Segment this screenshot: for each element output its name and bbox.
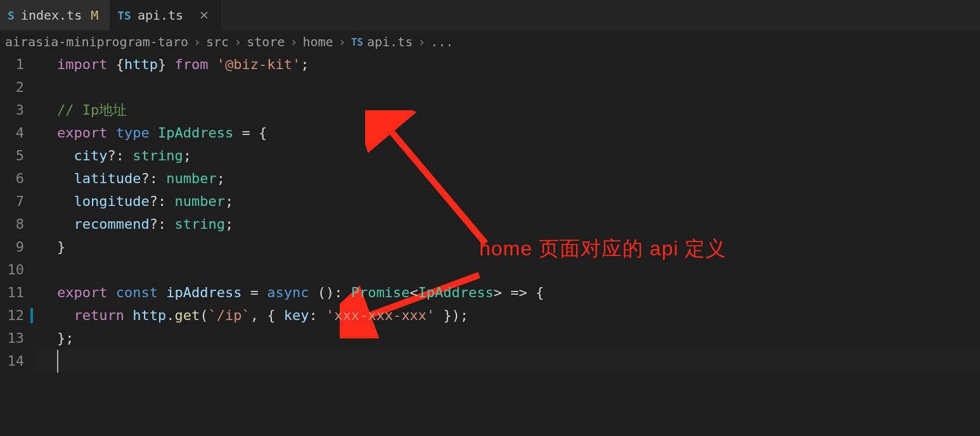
code-token bbox=[57, 216, 74, 232]
chevron-right-icon: › bbox=[290, 34, 297, 49]
breadcrumb-file[interactable]: TS api.ts bbox=[351, 34, 413, 49]
code-token bbox=[57, 148, 74, 164]
line-number: 12 bbox=[0, 304, 24, 327]
line-number-gutter: 1234567891011121314 bbox=[0, 53, 35, 436]
code-token: } bbox=[158, 56, 175, 72]
code-token: ?: bbox=[150, 216, 175, 232]
line-number: 3 bbox=[0, 99, 24, 122]
code-line[interactable] bbox=[35, 350, 980, 373]
code-token: ; bbox=[183, 148, 191, 164]
chevron-right-icon: › bbox=[338, 34, 346, 49]
line-number: 13 bbox=[0, 327, 24, 350]
typescript-icon: S bbox=[8, 9, 15, 22]
code-token: import bbox=[57, 56, 116, 72]
code-token: export bbox=[57, 125, 116, 141]
code-token: = { bbox=[233, 125, 267, 141]
breadcrumb-segment[interactable]: store bbox=[247, 34, 285, 49]
code-line[interactable]: return http.get(`/ip`, { key: 'xxx-xxx-x… bbox=[35, 304, 980, 327]
code-token: < bbox=[409, 285, 418, 300]
code-token: , { bbox=[250, 307, 284, 323]
code-line[interactable]: city?: string; bbox=[35, 144, 980, 167]
text-cursor bbox=[57, 350, 58, 373]
tab-label: api.ts bbox=[138, 8, 183, 23]
code-token: IpAddress bbox=[418, 285, 494, 300]
code-token: Promise bbox=[351, 285, 410, 300]
line-number: 11 bbox=[0, 281, 24, 304]
code-token: latitude bbox=[74, 170, 141, 186]
code-token: ; bbox=[225, 216, 233, 232]
code-token: export bbox=[57, 285, 116, 300]
code-token: '@biz-kit' bbox=[217, 56, 300, 72]
close-icon[interactable] bbox=[198, 10, 210, 21]
code-token: 'xxx-xxx-xxx' bbox=[326, 307, 435, 323]
code-line[interactable]: import {http} from '@biz-kit'; bbox=[35, 53, 980, 76]
line-number: 14 bbox=[0, 350, 24, 373]
code-line[interactable]: latitude?: number; bbox=[35, 167, 980, 190]
code-token: number bbox=[174, 193, 224, 209]
code-token: }); bbox=[435, 307, 468, 323]
code-token: { bbox=[116, 56, 124, 72]
code-line[interactable] bbox=[35, 259, 980, 281]
code-token: }; bbox=[57, 330, 74, 346]
code-token: http bbox=[124, 56, 158, 72]
line-number: 8 bbox=[0, 213, 24, 236]
code-token: http bbox=[132, 307, 166, 323]
tab-index-ts[interactable]: S index.ts M bbox=[0, 0, 110, 30]
line-number: 1 bbox=[0, 53, 24, 76]
editor-tab-bar: S index.ts M TS api.ts bbox=[0, 0, 980, 30]
code-token: return bbox=[74, 307, 133, 323]
code-token bbox=[57, 170, 74, 186]
line-number: 9 bbox=[0, 236, 24, 259]
code-token: > => { bbox=[494, 285, 544, 300]
code-token: } bbox=[57, 239, 65, 255]
code-editor[interactable]: 1234567891011121314 home 页面对应的 api 定义 im… bbox=[0, 53, 980, 436]
line-number: 6 bbox=[0, 167, 24, 190]
code-line[interactable]: // Ip地址 bbox=[35, 99, 980, 122]
code-token: `/ip` bbox=[208, 307, 250, 323]
line-number: 2 bbox=[0, 76, 24, 99]
code-token: ; bbox=[225, 193, 233, 209]
breadcrumb-segment[interactable]: home bbox=[302, 34, 333, 49]
code-token: (): bbox=[318, 285, 351, 300]
code-line[interactable] bbox=[35, 76, 980, 99]
chevron-right-icon: › bbox=[193, 34, 201, 49]
code-token: get bbox=[174, 307, 200, 323]
code-line[interactable]: export const ipAddress = async (): Promi… bbox=[35, 281, 980, 304]
breadcrumb[interactable]: airasia-miniprogram-taro › src › store ›… bbox=[0, 30, 980, 53]
typescript-icon: TS bbox=[117, 9, 131, 22]
code-token: = bbox=[242, 285, 267, 300]
breadcrumb-segment[interactable]: airasia-miniprogram-taro bbox=[5, 34, 188, 49]
code-token: longitude bbox=[74, 193, 150, 209]
chevron-right-icon: › bbox=[234, 34, 242, 49]
code-token: from bbox=[174, 56, 216, 72]
code-token: async bbox=[267, 285, 317, 300]
code-token: IpAddress bbox=[158, 125, 233, 141]
code-token: number bbox=[166, 170, 216, 186]
code-token bbox=[57, 193, 74, 209]
code-line[interactable]: } bbox=[35, 236, 980, 259]
breadcrumb-trailing[interactable]: ... bbox=[430, 34, 453, 49]
tab-api-ts[interactable]: TS api.ts bbox=[110, 0, 221, 30]
code-token: ( bbox=[200, 307, 208, 323]
code-line[interactable]: longitude?: number; bbox=[35, 190, 980, 213]
code-line[interactable]: recommend?: string; bbox=[35, 213, 980, 236]
chevron-right-icon: › bbox=[418, 34, 425, 49]
code-token: const bbox=[116, 285, 166, 300]
line-number: 4 bbox=[0, 122, 24, 144]
code-token: key bbox=[284, 307, 309, 323]
modified-indicator: M bbox=[91, 8, 98, 23]
typescript-icon: TS bbox=[351, 36, 363, 48]
code-token bbox=[57, 307, 74, 323]
code-line[interactable]: }; bbox=[35, 327, 980, 350]
breadcrumb-segment[interactable]: src bbox=[206, 34, 229, 49]
line-number: 10 bbox=[0, 259, 24, 281]
code-token: ?: bbox=[107, 148, 132, 164]
tab-label: index.ts bbox=[21, 8, 82, 23]
line-number: 7 bbox=[0, 190, 24, 213]
code-line[interactable]: export type IpAddress = { bbox=[35, 122, 980, 144]
breadcrumb-file-label: api.ts bbox=[367, 34, 413, 49]
code-token: : bbox=[309, 307, 326, 323]
code-token: string bbox=[132, 148, 183, 164]
code-token: // Ip地址 bbox=[57, 102, 127, 118]
code-area[interactable]: home 页面对应的 api 定义 import {http} from '@b… bbox=[35, 53, 980, 436]
